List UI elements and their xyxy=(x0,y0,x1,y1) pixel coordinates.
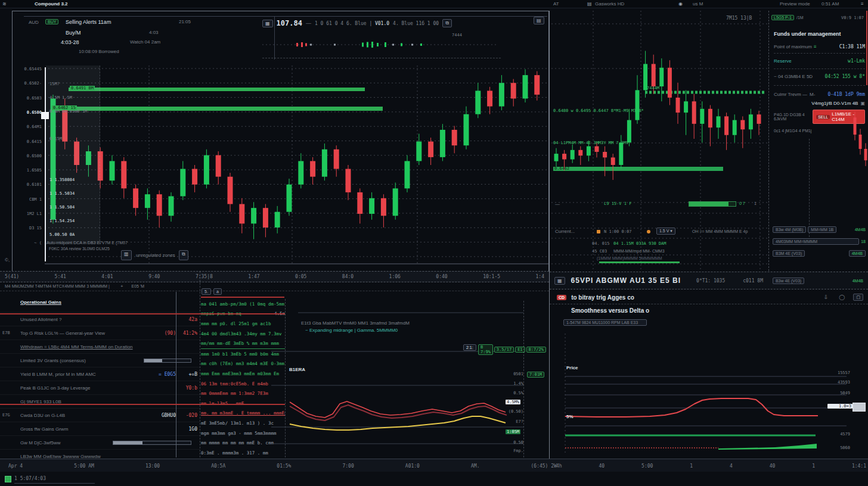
time-tick: 1:4 xyxy=(536,274,544,279)
overlay-value: 1 1.50.504 xyxy=(49,205,75,210)
price-tick: 0.6500 xyxy=(11,110,42,115)
rp-badge-7[interactable]: 4M4B xyxy=(849,250,866,257)
rp-badge-6[interactable]: B3M 4E (V03) xyxy=(773,250,805,257)
panel-menu-icon[interactable]: ▢ xyxy=(853,294,863,301)
row-label: Limited 3V Grants (consensus) xyxy=(20,358,144,363)
bl-table: Operational GainsUnused Allotment ?42aE7… xyxy=(0,292,200,459)
row-value: 41:2% xyxy=(176,331,197,336)
warn-icon xyxy=(597,230,600,233)
price-overlay-column: 15M?4.5M 1.5M0.6M 04.0500 1M0.15M1 1.358… xyxy=(46,66,100,244)
scroll-indicator[interactable] xyxy=(866,11,867,85)
br-axis-label: 15557 xyxy=(827,370,850,375)
price-tick: 1M2 L1 xyxy=(11,211,42,216)
row-value: -020 xyxy=(176,413,197,418)
overlay-value: 1 1.358084 xyxy=(49,177,75,182)
br-chart[interactable]: Price 5% xyxy=(560,331,850,456)
tr-leverage-select[interactable]: 1.5 V ▾ xyxy=(656,228,675,235)
table-row[interactable]: Gw M DjC-3wf5ww xyxy=(0,436,200,450)
log-tab-1[interactable]: 5. xyxy=(202,288,211,295)
overlay-value: 15M? xyxy=(49,82,60,86)
rp-chip-1m[interactable]: /1M xyxy=(796,15,804,20)
log-line: ma 041 amb-pm/3m0 (1 0mq dm-5mm xyxy=(201,299,285,309)
circle-icon[interactable]: ◯ xyxy=(839,294,845,300)
overlay-value: 1 1.5.5034 xyxy=(49,191,75,196)
add-icon[interactable]: + xyxy=(120,284,123,289)
copy-icon[interactable]: ⧉ xyxy=(442,19,452,27)
download-icon[interactable]: ⇩ xyxy=(824,294,829,300)
table-row[interactable]: Gross ffw Gains Grwm1G0 xyxy=(0,422,200,436)
row-value: Y0:b xyxy=(176,385,197,391)
time-tick: 84:0 xyxy=(342,274,354,279)
zones-chip[interactable]: unregulated zones xyxy=(136,253,175,258)
rp-badge-4[interactable]: 4M03MM MM=MMMM xyxy=(773,238,859,245)
br-badge[interactable]: B3w 4E (V03) xyxy=(773,278,804,284)
preview-mode-label[interactable]: Preview mode xyxy=(780,1,810,7)
bottom-time-axis[interactable]: Apr 45:00 AM13:00A0:5A01:5%7:00A01:0AM.(… xyxy=(0,459,868,473)
green-bar1-label: 0.6491 BM xyxy=(70,86,95,91)
log-tab-2[interactable]: a xyxy=(213,288,222,295)
br-tab[interactable]: 1-547M 9824 MU11000 RPM LAB E33 xyxy=(563,319,647,326)
table-row[interactable]: E7GCwda D3U on G-L4BGBHU0-020 xyxy=(0,409,200,422)
green-bar2-label: 0.6462 15 xyxy=(52,105,77,110)
rp-badge-2[interactable]: MM=MM 1B xyxy=(808,226,836,233)
table-row[interactable]: Operational Gains xyxy=(0,292,200,313)
mid-ratio-box[interactable]: 2:1: xyxy=(463,344,476,351)
watch-label[interactable]: Watch 04 2am xyxy=(130,39,160,45)
mid-chart-panel: E1t3 Gba MabMTV tfmM0 MM1 3mafmd 3mafmdM… xyxy=(268,310,525,459)
borrowed-label: 10:08:09 Borrowed xyxy=(79,49,119,54)
list-icon[interactable]: ≡ xyxy=(814,44,817,49)
current-price-marker[interactable] xyxy=(41,112,49,119)
row-value: 42a xyxy=(176,317,197,322)
bottom-time-tick: A0:5A xyxy=(211,463,225,469)
tr-green-underline xyxy=(599,261,680,263)
app-menu-icon[interactable]: ≋ xyxy=(2,1,7,7)
main-candle-chart[interactable]: 15M?4.5M 1.5M0.6M 04.0500 1M0.15M1 1.358… xyxy=(45,63,548,265)
notes-icon[interactable]: ▥ xyxy=(121,250,132,260)
symbol-label: AUD xyxy=(29,20,39,25)
price-tick: 0.6500 xyxy=(11,154,42,158)
settings-icon[interactable]: ≡ xyxy=(861,1,864,7)
br-value-1: 0*T1: 1035 xyxy=(696,278,725,284)
rp-row4-suffix[interactable]: M- xyxy=(810,92,815,97)
bottom-time-tick: 4h xyxy=(556,463,562,469)
row-label: Withdrawn = L5Bc 4M4 MM Terms-MMM on Dur… xyxy=(20,344,197,350)
table-row[interactable]: G| 9MYE1 933 L0B xyxy=(0,395,200,409)
buy-badge: BUY xyxy=(45,19,58,24)
table-row[interactable]: Limited 3V Grants (consensus) xyxy=(0,354,200,367)
bottom-time-tick: 40 xyxy=(770,463,776,469)
instrument-info-panel: AUD BUY Selling Alerts 11am 21:05 Buy/M … xyxy=(24,17,275,60)
expand-icon[interactable]: ⧉ xyxy=(179,250,188,260)
layout-icon[interactable]: ▦ xyxy=(262,20,273,27)
broker-label[interactable]: Gasworks HD xyxy=(595,1,624,7)
grid-icon[interactable]: ▦ xyxy=(554,277,565,285)
status-underline xyxy=(14,483,95,484)
rp-row-2: Reserve w1-Lmk xyxy=(774,58,865,69)
mid-badge: 3.5/17 xyxy=(494,347,514,353)
tr-bar-label: 0.6462 xyxy=(554,166,569,171)
trading-terminal: { "topbar":{"title":"Compound 3.2","at":… xyxy=(0,0,868,486)
table-row[interactable]: Yield B LMM M, prior M in MM AMC= E0G5+=… xyxy=(0,367,200,381)
table-row[interactable]: E7BTop G Risk LGL% — General-year View(9… xyxy=(0,326,200,340)
time-tick: 0:40 xyxy=(436,274,447,279)
report-icon[interactable]: ▤ xyxy=(534,17,544,24)
row-label: Gross ffw Gains Grwm xyxy=(20,426,176,432)
row-label: Top G Risk LGL% — General-year View xyxy=(20,331,148,336)
chart-caption-2: F0KC 30A review 3L0M0 DLM25 xyxy=(49,247,110,251)
table-row[interactable]: Withdrawn = L5Bc 4M4 MM Terms-MMM on Dur… xyxy=(0,340,200,354)
time-tick: 9:40 xyxy=(148,274,160,279)
tr-chart[interactable]: 7M15 13|B 0.6480 w 0.6495 0.6447 B*M1-M9… xyxy=(551,11,768,271)
br-scroll-handle[interactable] xyxy=(852,403,866,412)
time-tick: 1:06 xyxy=(389,274,401,279)
rp-chip-lags[interactable]: L5G5 P-1 xyxy=(771,15,794,20)
rp-row4-label: Culmr Trevm — xyxy=(774,92,807,97)
rp-badge-1[interactable]: B3w 4M (M0B) xyxy=(773,226,806,233)
rp-row2-value: w1-Lmk xyxy=(848,58,865,64)
bottom-time-tick: 1 xyxy=(812,463,815,469)
topbar-at: AT xyxy=(553,1,559,7)
account-icon[interactable]: ◉ xyxy=(678,1,683,7)
table-row[interactable]: Peak B G1JC on 3-day LeverageY0:b xyxy=(0,381,200,395)
row-label: Cwda D3U on G-L4B xyxy=(20,413,148,418)
price-tick: D3 15 xyxy=(11,226,42,230)
table-row[interactable]: Unused Allotment ?42a xyxy=(0,313,200,326)
rp-mini-candles xyxy=(852,94,868,172)
